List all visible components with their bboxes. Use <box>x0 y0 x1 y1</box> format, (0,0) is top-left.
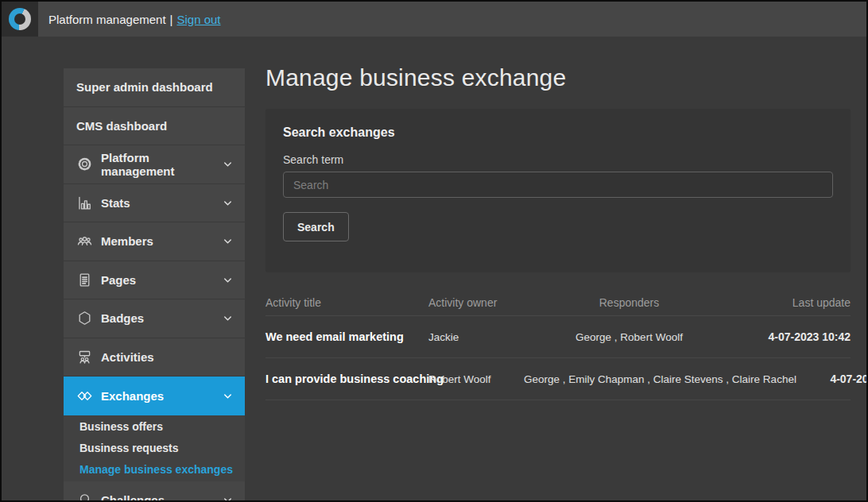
sidebar-item-platform-management[interactable]: Platform management <box>64 145 245 184</box>
members-icon <box>76 233 94 250</box>
table-row[interactable]: I can provide business coaching Robert W… <box>265 358 851 400</box>
app-logo <box>2 2 38 37</box>
header-activity-title: Activity title <box>265 296 428 314</box>
sidebar-item-cms-dashboard[interactable]: CMS dashboard <box>64 107 245 146</box>
top-bar-strip: Platform management | Sign out <box>38 2 866 37</box>
hexagon-icon <box>76 310 94 327</box>
sidebar-item-label: Members <box>101 234 153 248</box>
chevron-down-icon <box>222 274 234 286</box>
exchanges-table: Activity title Activity owner Responders… <box>265 294 851 400</box>
chevron-down-icon <box>222 158 234 170</box>
submenu-item-business-requests[interactable]: Business requests <box>79 438 245 459</box>
sidebar-item-super-admin-dashboard[interactable]: Super admin dashboard <box>64 68 245 107</box>
cell-last-update: 4-07-2023 10:42 <box>796 373 868 385</box>
header-activity-owner: Activity owner <box>428 296 524 314</box>
sidebar-item-stats[interactable]: Stats <box>64 184 245 223</box>
sidebar-item-label: Activities <box>101 350 154 364</box>
chevron-down-icon <box>222 235 234 247</box>
submenu-item-business-offers[interactable]: Business offers <box>79 416 245 438</box>
chevron-down-icon <box>222 390 234 402</box>
table-header-row: Activity title Activity owner Responders… <box>265 294 851 316</box>
top-bar-divider: | <box>170 13 173 26</box>
search-exchanges-panel: Search exchanges Search term Search <box>265 109 851 272</box>
chevron-down-icon <box>222 197 234 209</box>
sidebar-item-label: Exchanges <box>101 389 164 403</box>
main-content: Manage business exchange Search exchange… <box>265 61 851 400</box>
sidebar-item-label: Stats <box>101 196 130 210</box>
page-title: Manage business exchange <box>265 61 851 95</box>
exchanges-submenu: Business offers Business requests Manage… <box>64 415 245 481</box>
sidebar-item-exchanges[interactable]: Exchanges <box>64 376 245 415</box>
search-term-label: Search term <box>283 153 833 166</box>
top-bar-title: Platform management <box>48 13 166 26</box>
sidebar-item-pages[interactable]: Pages <box>64 261 245 300</box>
cell-activity-title: We need email marketing <box>265 330 428 343</box>
sidebar-item-badges[interactable]: Badges <box>64 299 245 338</box>
sidebar-item-label: Super admin dashboard <box>76 80 213 94</box>
chevron-down-icon <box>222 494 234 502</box>
top-bar: Platform management | Sign out <box>2 2 866 37</box>
header-last-update: Last update <box>734 296 851 314</box>
sidebar: Super admin dashboard CMS dashboard Plat… <box>64 68 245 502</box>
sidebar-item-members[interactable]: Members <box>64 222 245 261</box>
search-button[interactable]: Search <box>283 212 349 241</box>
header-responders: Responders <box>524 296 734 314</box>
platform-management-window: Platform management | Sign out Super adm… <box>0 0 868 502</box>
logo-ring-icon <box>9 8 31 30</box>
document-icon <box>76 271 94 288</box>
table-row[interactable]: We need email marketing Jackie George , … <box>265 316 851 358</box>
gear-icon <box>76 156 94 173</box>
sidebar-item-label: Platform management <box>101 151 222 178</box>
submenu-item-manage-business-exchanges[interactable]: Manage business exchanges <box>79 459 245 481</box>
chevron-down-icon <box>222 312 234 324</box>
sidebar-item-label: Pages <box>101 273 136 287</box>
banner-people-icon <box>76 348 94 365</box>
cell-last-update: 4-07-2023 10:42 <box>734 330 851 343</box>
sidebar-item-challenges[interactable]: Challenges <box>64 481 245 502</box>
cell-responders: George , Robert Woolf <box>524 331 734 343</box>
cell-activity-title: I can provide business coaching <box>265 373 428 385</box>
cell-activity-owner: Robert Woolf <box>428 373 524 385</box>
cell-responders: George , Emily Chapman , Claire Stevens … <box>524 373 796 385</box>
sidebar-item-label: Challenges <box>101 493 165 502</box>
sidebar-item-activities[interactable]: Activities <box>64 338 245 377</box>
sign-out-link[interactable]: Sign out <box>176 13 220 26</box>
cell-activity-owner: Jackie <box>428 331 524 343</box>
lightbulb-icon <box>76 491 94 502</box>
search-panel-heading: Search exchanges <box>283 126 833 140</box>
bar-chart-icon <box>76 194 94 211</box>
sidebar-item-label: Badges <box>101 311 144 325</box>
search-input[interactable] <box>283 172 833 198</box>
handshake-icon <box>76 387 94 404</box>
sidebar-item-label: CMS dashboard <box>76 119 167 133</box>
